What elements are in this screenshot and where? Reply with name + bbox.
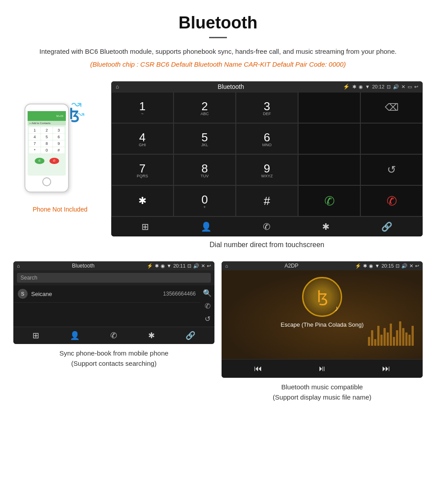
pb-nav-contacts[interactable]: 👤 [70,331,80,340]
dial-key-8[interactable]: 8 TUV [174,154,236,185]
music-time: 20:15 [381,263,394,268]
dial-key-hash[interactable]: # [236,185,298,216]
pb-nav-grid[interactable]: ⊞ [32,331,39,340]
pb-call-icon[interactable]: ✆ [203,302,212,310]
music-camera-icon: ⊡ [396,263,400,269]
music-vol-icon: 🔊 [401,263,408,269]
dial-usb-icon: ⚡ [343,84,350,90]
pb-search-row: Search [13,270,214,285]
dial-key-2[interactable]: 2 ABC [174,92,236,123]
pb-time: 20:11 [173,263,186,268]
dial-call-red[interactable]: ✆ [360,185,423,216]
phone-home-button [42,177,51,186]
pb-nav-bt[interactable]: ✱ [148,331,155,340]
pb-vol-icon: 🔊 [193,263,199,269]
dial-key-9[interactable]: 9 WXYZ [236,154,298,185]
music-note-icon: ♪ [335,304,339,313]
music-loc-icon: ◉ [369,263,373,269]
music-prev-icon[interactable]: ⏮ [254,364,262,373]
pb-nav-link[interactable]: 🔗 [186,331,195,340]
dial-key-5[interactable]: 5 JKL [174,123,236,154]
dial-call-green[interactable]: ✆ [298,185,360,216]
dial-key-6[interactable]: 6 MNO [236,123,298,154]
dial-home-icon: ⌂ [116,84,119,90]
dial-bt-icon: ✱ [352,84,356,90]
dial-key-3[interactable]: 3 DEF [236,92,298,123]
mid-section: ↝ ↝ ɮ M+20 + Add to Contacts 123 456 789… [0,72,436,261]
dial-camera-icon: ⊡ [387,84,391,90]
pb-bt-icon: ✱ [155,263,159,269]
pb-search-input[interactable]: Search [17,273,211,283]
dial-backspace[interactable]: ⌫ [360,92,423,123]
dial-bottom-contacts-icon[interactable]: 👤 [201,221,212,232]
dial-key-star[interactable]: ✱ [111,185,174,216]
phone-call-green: ✆ [35,158,44,164]
music-caption-line1: Bluetooth music compatible [281,383,363,391]
music-usb-icon: ⚡ [355,263,361,269]
music-next-icon[interactable]: ⏭ [382,364,390,373]
dial-bottom-grid-icon[interactable]: ⊞ [141,221,149,232]
phonebook-item: ⌂ Bluetooth ⚡ ✱ ◉ ▼ 20:11 ⊡ 🔊 ✕ ↩ Search [13,261,214,402]
dial-status-bar: ⌂ Bluetooth ⚡ ✱ ◉ ▼ 20:12 ⊡ 🔊 ✕ ▭ ↩ [111,81,423,92]
dial-redial[interactable]: ↺ [360,154,423,185]
music-x-icon: ✕ [409,263,413,269]
pb-home-icon: ⌂ [17,263,20,268]
dial-empty-r2c4 [298,123,360,154]
phone-call-red: ✆ [49,158,59,164]
dial-signal-icon: ▼ [365,84,370,90]
music-main-area: ɮ ♪ Escape (The Pina Colada Song) [222,270,423,359]
dial-screen-wrap: ⌂ Bluetooth ⚡ ✱ ◉ ▼ 20:12 ⊡ 🔊 ✕ ▭ ↩ [111,81,423,257]
music-album-art: ɮ ♪ [302,277,342,317]
dial-grid: 1 ~ 2 ABC 3 DEF ⌫ 4 GHI [111,92,423,216]
pb-nav-phone[interactable]: ✆ [110,331,117,340]
dial-bottom-link-icon[interactable]: 🔗 [381,221,392,232]
dial-location-icon: ◉ [359,84,363,90]
pb-loc-icon: ◉ [161,263,165,269]
pb-camera-icon: ⊡ [187,263,191,269]
music-bt-icon: ✱ [363,263,367,269]
dial-x-icon: ✕ [401,84,405,90]
pb-contact-list: S Seicane 13566664466 [13,285,200,327]
phonebook-screen: ⌂ Bluetooth ⚡ ✱ ◉ ▼ 20:11 ⊡ 🔊 ✕ ↩ Search [13,261,214,344]
header-tech-info: (Bluetooth chip : CSR BC6 Default Blueto… [27,60,409,68]
music-caption-line2: (Support display music file name) [273,393,371,401]
dial-empty-r3c4 [298,154,360,185]
music-status-bar: ⌂ A2DP ⚡ ✱ ◉ ▼ 20:15 ⊡ 🔊 ✕ ↩ [222,261,423,270]
phonebook-caption-line1: Sync phone-book from mobile phone [59,349,168,357]
music-caption: Bluetooth music compatible (Support disp… [222,382,423,402]
bluetooth-signal-icon: ↝ ↝ ɮ [69,95,96,126]
music-song-title: Escape (The Pina Colada Song) [281,321,363,328]
pb-back-icon: ↩ [207,263,211,269]
music-title: A2DP [230,263,353,269]
music-bt-logo: ɮ [317,288,328,306]
page-title: Bluetooth [27,13,409,32]
dial-window-icon: ▭ [408,84,412,90]
phone-screen-bar: M+20 [28,111,66,121]
pb-status-bar: ⌂ Bluetooth ⚡ ✱ ◉ ▼ 20:11 ⊡ 🔊 ✕ ↩ [13,261,214,270]
music-signal-icon: ▼ [375,263,380,268]
dial-status-icons: ✱ ◉ ▼ 20:12 ⊡ 🔊 ✕ ▭ ↩ [352,84,418,90]
table-row: S Seicane 13566664466 [13,285,200,303]
dial-bottom-bar: ⊞ 👤 ✆ ✱ 🔗 [111,216,423,236]
dial-screen-title: Bluetooth [121,83,340,90]
header-description: Integrated with BC6 Bluetooth module, su… [27,46,409,57]
pb-x-icon: ✕ [201,263,205,269]
dial-bottom-phone-icon[interactable]: ✆ [263,221,270,232]
dial-key-4[interactable]: 4 GHI [111,123,174,154]
pb-refresh-icon[interactable]: ↺ [203,315,212,323]
phone-not-included-label: Phone Not Included [33,206,88,213]
dial-volume-icon: 🔊 [393,84,399,90]
dial-key-1[interactable]: 1 ~ [111,92,174,123]
dial-bottom-bt-icon[interactable]: ✱ [322,221,330,232]
dial-key-0[interactable]: 0 + [174,185,236,216]
dial-key-7[interactable]: 7 PQRS [111,154,174,185]
music-screen: ⌂ A2DP ⚡ ✱ ◉ ▼ 20:15 ⊡ 🔊 ✕ ↩ [222,261,423,378]
music-play-pause-icon[interactable]: ⏯ [318,364,326,373]
svg-text:ɮ: ɮ [69,106,79,122]
pb-search-icon[interactable]: 🔍 [203,289,212,297]
music-item: ⌂ A2DP ⚡ ✱ ◉ ▼ 20:15 ⊡ 🔊 ✕ ↩ [222,261,423,402]
music-back-icon: ↩ [415,263,419,269]
pb-bottom-bar: ⊞ 👤 ✆ ✱ 🔗 [13,327,214,344]
pb-signal-icon: ▼ [167,263,172,268]
dial-empty-r2c5 [360,123,423,154]
